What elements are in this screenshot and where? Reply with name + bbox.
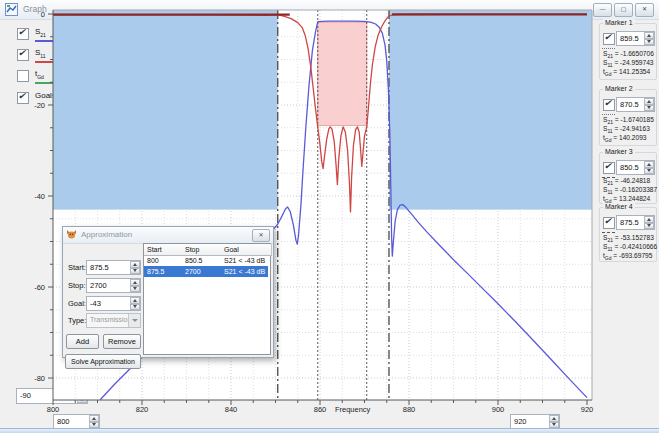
goal-region-pass bbox=[318, 22, 367, 125]
marker-2-title: Marker 2 bbox=[603, 85, 635, 92]
table-row-selected[interactable]: 875.5 2700 S21 < -43 dB bbox=[144, 266, 268, 277]
down-arrow-icon bbox=[644, 223, 654, 230]
spinner-arrows[interactable] bbox=[89, 415, 99, 428]
close-button[interactable]: ✕ bbox=[635, 3, 654, 17]
marker-1-title: Marker 1 bbox=[603, 19, 635, 26]
spinner-arrows[interactable] bbox=[130, 297, 140, 310]
y-tick-label: -80 bbox=[34, 374, 45, 383]
marker-4-s11-value: S11 = -0.42410666 bbox=[603, 243, 657, 252]
dropdown-arrow-icon[interactable] bbox=[128, 314, 140, 327]
marker-2-freq-spinner[interactable]: 870.5 bbox=[616, 97, 655, 112]
spinner-arrows[interactable] bbox=[644, 161, 654, 174]
x-tick-label: 860 bbox=[314, 405, 327, 414]
spinner-arrows[interactable] bbox=[130, 261, 140, 274]
marker-4-line-style bbox=[602, 232, 615, 233]
stop-value: 2700 bbox=[90, 281, 107, 290]
y-tick-label: -20 bbox=[34, 101, 45, 110]
marker-3-title: Marker 3 bbox=[603, 148, 635, 155]
window-bottom-border bbox=[0, 428, 659, 433]
x-max-value: 920 bbox=[514, 417, 527, 426]
stop-label: Stop: bbox=[68, 281, 86, 290]
goals-table-header: Start Stop Goal bbox=[144, 244, 268, 255]
remove-button[interactable]: Remove bbox=[103, 334, 141, 349]
marker-4-checkbox[interactable]: ✔ bbox=[603, 217, 615, 229]
down-arrow-icon bbox=[130, 268, 140, 275]
goal-value: -43 bbox=[90, 299, 101, 308]
marker-1-s11-value: S11 = -24.959743 bbox=[603, 59, 654, 68]
marker-2-checkbox[interactable]: ✔ bbox=[603, 99, 615, 111]
marker-1-group: Marker 1 ✔ 859.5 S21 = -1.6650706 S11 = … bbox=[599, 23, 657, 80]
x-tick-label: 920 bbox=[581, 405, 594, 414]
x-tick-label: 880 bbox=[403, 405, 416, 414]
x-axis-title: Frequency bbox=[335, 405, 371, 414]
window-controls: — ▢ ✕ bbox=[593, 3, 654, 17]
spinner-arrows[interactable] bbox=[130, 279, 140, 292]
graph-window: Graph — ▢ ✕ ✔ S21 ✔ S11 tGd ✔ Goals 8008… bbox=[0, 0, 659, 433]
start-value: 875.5 bbox=[90, 263, 109, 272]
marker-2-s21-value: S21 = -1.6740185 bbox=[603, 116, 654, 125]
x-tick-label: 840 bbox=[225, 405, 238, 414]
marker-4-title: Marker 4 bbox=[603, 203, 635, 210]
marker-4-tgd-value: tGd = -693.69795 bbox=[603, 252, 652, 261]
approximation-dialog-icon bbox=[66, 229, 77, 240]
down-arrow-icon bbox=[130, 304, 140, 311]
spinner-arrows[interactable] bbox=[644, 98, 654, 111]
down-arrow-icon bbox=[644, 39, 654, 46]
minimize-button[interactable]: — bbox=[593, 3, 612, 17]
marker-3-checkbox[interactable]: ✔ bbox=[603, 162, 615, 174]
marker-2-s11-value: S11 = -24.94163 bbox=[603, 125, 650, 134]
start-label: Start: bbox=[68, 263, 86, 272]
goal-label: Goal: bbox=[68, 299, 86, 308]
y-tick-label: -60 bbox=[34, 283, 45, 292]
goals-table[interactable]: Start Stop Goal 800 850.5 S21 < -43 dB 8… bbox=[143, 243, 271, 355]
check-icon: ✔ bbox=[604, 216, 612, 226]
maximize-button[interactable]: ▢ bbox=[614, 3, 633, 17]
add-button[interactable]: Add bbox=[66, 334, 99, 349]
x-min-spinner[interactable]: 800 bbox=[53, 414, 100, 429]
check-icon: ✔ bbox=[604, 161, 612, 171]
marker-3-freq-spinner[interactable]: 850.5 bbox=[616, 160, 655, 175]
marker-2-group: Marker 2 ✔ 870.5 S21 = -1.6740185 S11 = … bbox=[599, 89, 657, 146]
stop-input[interactable]: 2700 bbox=[86, 278, 141, 293]
goal-region-stop bbox=[389, 10, 592, 210]
type-label: Type: bbox=[68, 316, 86, 325]
goal-region-stop bbox=[53, 10, 278, 210]
goal-input[interactable]: -43 bbox=[86, 296, 141, 311]
marker-1-tgd-value: tGd = 141.25354 bbox=[603, 68, 650, 77]
dialog-title-bar[interactable]: Approximation ✕ bbox=[63, 227, 273, 244]
marker-4-frequency: 875.5 bbox=[620, 218, 639, 227]
x-tick-label: 820 bbox=[136, 405, 149, 414]
marker-2-tgd-value: tGd = 140.2093 bbox=[603, 134, 647, 143]
spinner-arrows[interactable] bbox=[549, 415, 559, 428]
solve-approximation-button[interactable]: Solve Approximation bbox=[65, 354, 141, 369]
type-value: Transmission bbox=[90, 316, 131, 323]
marker-2-frequency: 870.5 bbox=[620, 100, 639, 109]
approximation-dialog: Approximation ✕ Start: 875.5 Stop: 2700 … bbox=[62, 226, 274, 358]
start-input[interactable]: 875.5 bbox=[86, 260, 141, 275]
marker-4-group: Marker 4 ✔ 875.5 S21 = -53.152783 S11 = … bbox=[599, 207, 657, 262]
marker-1-line-style bbox=[602, 48, 615, 49]
type-dropdown[interactable]: Transmission bbox=[86, 313, 141, 328]
marker-4-freq-spinner[interactable]: 875.5 bbox=[616, 215, 655, 230]
down-arrow-icon bbox=[130, 286, 140, 293]
y-tick-label: 0 bbox=[41, 10, 45, 19]
marker-1-freq-spinner[interactable]: 859.5 bbox=[616, 31, 655, 46]
table-row[interactable]: 800 850.5 S21 < -43 dB bbox=[144, 255, 268, 266]
x-tick-label: 900 bbox=[492, 405, 505, 414]
x-max-spinner[interactable]: 920 bbox=[510, 414, 560, 429]
marker-3-s21-value: S21 = -46.24818 bbox=[603, 177, 650, 186]
down-arrow-icon bbox=[644, 105, 654, 112]
spinner-arrows[interactable] bbox=[644, 32, 654, 45]
marker-3-group: Marker 3 ✔ 850.5 S21 = -46.24818 S11 = -… bbox=[599, 152, 657, 204]
marker-3-frequency: 850.5 bbox=[620, 163, 639, 172]
marker-1-s21-value: S21 = -1.6650706 bbox=[603, 50, 654, 59]
check-icon: ✔ bbox=[604, 98, 612, 108]
marker-1-checkbox[interactable]: ✔ bbox=[603, 33, 615, 45]
marker-3-s11-value: S11 = -0.16203387 bbox=[603, 186, 657, 195]
dialog-close-button[interactable]: ✕ bbox=[252, 229, 270, 242]
down-arrow-icon bbox=[644, 168, 654, 175]
y-tick-label: -40 bbox=[34, 192, 45, 201]
spinner-arrows[interactable] bbox=[644, 216, 654, 229]
marker-1-frequency: 859.5 bbox=[620, 34, 639, 43]
x-min-value: 800 bbox=[57, 417, 70, 426]
